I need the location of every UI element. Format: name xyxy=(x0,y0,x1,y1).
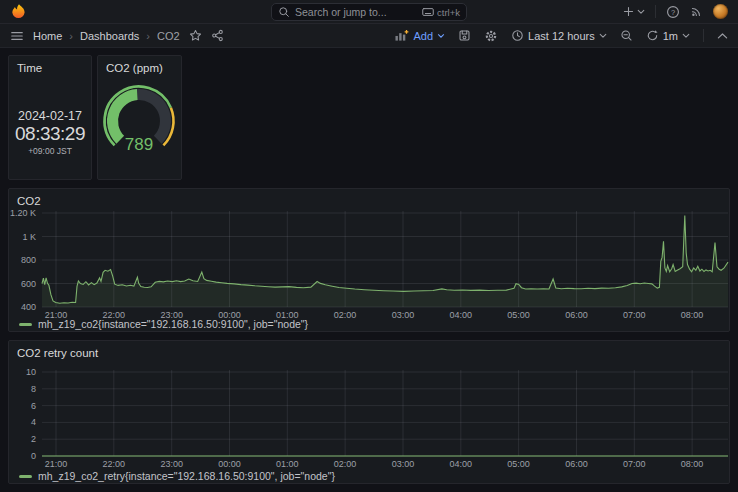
time-range-picker[interactable]: Last 12 hours xyxy=(511,29,607,42)
help-button[interactable]: ? xyxy=(666,5,680,19)
topbar-actions: ? xyxy=(622,0,728,23)
co2-retry-chart[interactable]: 21:0022:0023:0000:0001:0002:0003:0004:00… xyxy=(9,361,729,471)
svg-text:23:00: 23:00 xyxy=(160,459,183,469)
svg-text:08:00: 08:00 xyxy=(681,310,704,319)
gauge-track xyxy=(137,95,165,140)
breadcrumb-item-dashboards[interactable]: Dashboards xyxy=(80,30,139,42)
svg-text:08:00: 08:00 xyxy=(681,459,704,469)
refresh-icon xyxy=(646,29,659,42)
legend-swatch xyxy=(19,323,32,326)
svg-text:21:00: 21:00 xyxy=(45,459,68,469)
co2-retry-panel[interactable]: CO2 retry count 21:0022:0023:0000:0001:0… xyxy=(8,340,730,484)
refresh-picker[interactable]: 1m xyxy=(646,29,690,42)
svg-text:800: 800 xyxy=(21,255,36,265)
svg-text:07:00: 07:00 xyxy=(623,310,646,319)
svg-text:22:00: 22:00 xyxy=(103,459,126,469)
news-button[interactable] xyxy=(690,5,703,18)
favorite-dashboard-button[interactable] xyxy=(189,29,202,42)
panel-title: CO2 retry count xyxy=(17,347,98,359)
new-menu-button[interactable] xyxy=(622,5,645,18)
collapse-toolbar-button[interactable] xyxy=(717,32,728,40)
search-placeholder: Search or jump to... xyxy=(295,6,417,18)
series-area xyxy=(42,216,728,307)
svg-text:?: ? xyxy=(671,7,675,16)
news-rss-icon xyxy=(690,5,703,18)
search-shortcut: ctrl+k xyxy=(422,7,460,18)
svg-text:03:00: 03:00 xyxy=(392,459,415,469)
legend-swatch xyxy=(19,475,32,478)
search-shortcut-label: ctrl+k xyxy=(437,7,460,18)
svg-text:07:00: 07:00 xyxy=(623,459,646,469)
svg-text:0: 0 xyxy=(31,451,36,461)
retry-panel-header[interactable]: CO2 retry count xyxy=(9,341,729,361)
co2-gauge-panel[interactable]: CO2 (ppm) 789 xyxy=(97,55,182,180)
svg-text:05:00: 05:00 xyxy=(507,459,530,469)
dashboard-canvas: Time 2024-02-17 08:33:29 +09:00 JST CO2 … xyxy=(0,48,738,492)
plus-icon xyxy=(622,5,635,18)
chevron-down-icon xyxy=(437,33,445,39)
co2-panel-header[interactable]: CO2 xyxy=(9,189,729,209)
grafana-app: Search or jump to... ctrl+k ? xyxy=(0,0,738,492)
search-icon xyxy=(278,6,290,18)
time-panel[interactable]: Time 2024-02-17 08:33:29 +09:00 JST xyxy=(8,55,92,180)
co2-timeseries-chart[interactable]: 21:0022:0023:0000:0001:0002:0003:0004:00… xyxy=(9,209,729,319)
star-icon xyxy=(189,29,202,42)
dashboard-settings-button[interactable] xyxy=(484,29,498,43)
legend-series-label[interactable]: mh_z19_co2_retry{instance="192.168.16.50… xyxy=(38,470,335,482)
zoom-out-icon xyxy=(620,29,633,42)
svg-text:03:00: 03:00 xyxy=(392,310,415,319)
save-dashboard-button[interactable] xyxy=(458,29,471,42)
help-icon: ? xyxy=(666,5,680,19)
gauge-panel-header[interactable]: CO2 (ppm) xyxy=(98,56,181,76)
breadcrumb: Home›Dashboards›CO2 xyxy=(33,30,180,42)
save-icon xyxy=(458,29,471,42)
svg-text:1.20 K: 1.20 K xyxy=(10,209,36,218)
zoom-out-time-button[interactable] xyxy=(620,29,633,42)
gauge-value-text: 789 xyxy=(125,135,153,154)
stat-date-value: 2024-02-17 xyxy=(18,109,82,123)
top-navigation-bar: Search or jump to... ctrl+k ? xyxy=(0,0,738,24)
topbar-divider xyxy=(655,5,656,18)
svg-text:4: 4 xyxy=(31,417,36,427)
svg-text:2: 2 xyxy=(31,434,36,444)
time-panel-body: 2024-02-17 08:33:29 +09:00 JST xyxy=(9,76,91,178)
mega-menu-button[interactable] xyxy=(10,29,24,43)
svg-text:04:00: 04:00 xyxy=(450,310,473,319)
svg-text:06:00: 06:00 xyxy=(565,310,588,319)
panel-row-top: Time 2024-02-17 08:33:29 +09:00 JST CO2 … xyxy=(8,55,730,180)
breadcrumb-separator: › xyxy=(146,30,150,42)
stat-timezone-value: +09:00 JST xyxy=(28,146,72,156)
time-panel-header[interactable]: Time xyxy=(9,56,91,76)
share-icon xyxy=(211,29,224,42)
svg-text:02:00: 02:00 xyxy=(334,310,357,319)
co2-legend: mh_z19_co2{instance="192.168.16.50:9100"… xyxy=(19,318,729,330)
stat-time-value: 08:33:29 xyxy=(15,123,85,145)
hamburger-icon xyxy=(10,29,24,43)
search-input[interactable]: Search or jump to... ctrl+k xyxy=(271,3,467,21)
gauge-value-arc xyxy=(113,95,138,140)
gear-icon xyxy=(484,29,498,43)
svg-text:04:00: 04:00 xyxy=(450,459,473,469)
time-range-label: Last 12 hours xyxy=(528,30,595,42)
svg-text:1 K: 1 K xyxy=(22,232,36,242)
breadcrumb-item-home[interactable]: Home xyxy=(33,30,62,42)
chevron-down-icon xyxy=(682,33,690,39)
svg-text:600: 600 xyxy=(21,279,36,289)
svg-text:6: 6 xyxy=(31,401,36,411)
share-dashboard-button[interactable] xyxy=(211,29,224,42)
svg-text:01:00: 01:00 xyxy=(276,459,299,469)
toolbar-right: Add Last 12 hours xyxy=(394,29,728,43)
toolbar-left: Home›Dashboards›CO2 xyxy=(10,29,224,43)
svg-text:00:00: 00:00 xyxy=(218,459,241,469)
keyboard-icon xyxy=(422,7,434,17)
add-button[interactable]: Add xyxy=(394,29,445,42)
panel-title: Time xyxy=(17,62,42,74)
co2-timeseries-panel[interactable]: CO2 21:0022:0023:0000:0001:0002:0003:000… xyxy=(8,188,730,332)
legend-series-label[interactable]: mh_z19_co2{instance="192.168.16.50:9100"… xyxy=(38,318,308,330)
svg-text:400: 400 xyxy=(21,302,36,312)
user-avatar[interactable] xyxy=(713,4,728,19)
grafana-logo[interactable] xyxy=(10,3,27,20)
panel-title: CO2 (ppm) xyxy=(106,62,163,74)
svg-text:05:00: 05:00 xyxy=(507,310,530,319)
breadcrumb-item-co2[interactable]: CO2 xyxy=(157,30,180,42)
